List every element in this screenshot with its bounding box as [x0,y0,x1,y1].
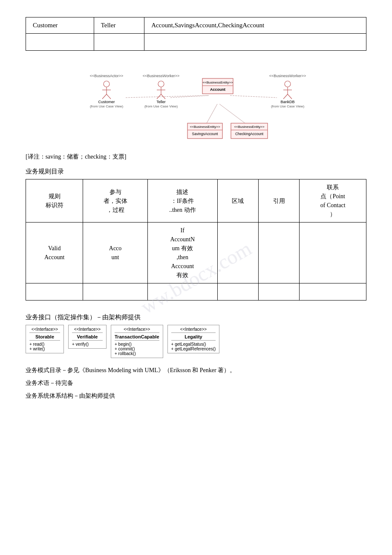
svg-point-6 [104,81,110,87]
svg-text:<<BusinessActor>>: <<BusinessActor>> [90,74,124,78]
svg-line-9 [102,94,107,99]
svg-text:<<BusinessEntity>>: <<BusinessEntity>> [234,125,264,129]
interface-title: 业务接口（指定操作集）－由架构师提供 [26,313,366,321]
col-description: 描述：IF条件..then 动作 [147,179,217,223]
storable-name: Storable [29,334,60,341]
svg-line-29 [283,94,288,99]
rule-contact-1 [300,223,366,283]
legality-name: Legality [171,334,216,341]
svg-line-2 [230,95,277,98]
empty-cell-3 [144,34,366,51]
svg-text:(from Use Case View): (from Use Case View) [144,104,178,108]
svg-text:<<BusinessEntity>>: <<BusinessEntity>> [190,125,220,129]
empty-cell-1 [26,34,94,51]
top-table: Customer Teller Account,SavingsAccount,C… [26,17,366,51]
col-account: Account,SavingsAccount,CheckingAccount [144,17,366,34]
interface-box-verifiable: <<Interface>> Verifiable + verify() [68,325,107,349]
svg-point-26 [285,81,291,87]
rule-contact-2 [300,283,366,301]
storable-stereotype: <<Interface>> [29,327,60,333]
col-domain: 区域 [217,179,258,223]
verifiable-methods: + verify() [72,342,103,347]
rules-data-row-1: ValidAccount Account IfAccountNum 有效,the… [26,223,366,283]
business-rules-title: 业务规则目录 [26,168,366,176]
interface-box-storable: <<Interface>> Storable + read()+ write() [26,325,64,353]
col-contact: 联系点（Pointof Contact） [300,179,366,223]
uml-diagram: <<BusinessActor>> Customer (from Use Cas… [26,59,366,145]
svg-line-0 [126,95,209,98]
svg-text:BankDB: BankDB [280,100,294,104]
svg-text:(from Use Case View): (from Use Case View) [90,104,123,108]
interface-box-transactioncapable: <<Interface>> TransactionCapable + begin… [111,325,163,358]
svg-text:SavingsAccount: SavingsAccount [192,132,219,136]
bottom-text-1: 业务模式目录－参见《Business Modeling with UML》（Er… [26,367,366,374]
svg-text:<<BusinessEntity>>: <<BusinessEntity>> [202,81,233,84]
svg-text:Teller: Teller [156,100,166,104]
svg-text:<<BusinessWorker>>: <<BusinessWorker>> [143,74,179,78]
svg-text:Account: Account [210,87,225,92]
rule-participant-2 [83,283,147,301]
empty-cell-2 [94,34,144,51]
bottom-text-2: 业务术语－待完备 [26,379,366,387]
svg-line-30 [288,94,292,99]
svg-text:<<BusinessWorker>>: <<BusinessWorker>> [269,74,306,78]
svg-point-14 [158,81,164,87]
rule-description-1: IfAccountNum 有效,thenAcccount有效 [147,223,217,283]
empty-row [26,34,366,51]
rules-table: 规则标识符 参与者，实体，过程 描述：IF条件..then 动作 区域 引用 联… [26,179,366,301]
svg-line-3 [207,104,217,123]
rules-data-row-2 [26,283,366,301]
rule-participant-1: Account [83,223,147,283]
transactioncapable-stereotype: <<Interface>> [115,327,159,333]
interface-diagram: <<Interface>> Storable + read()+ write()… [26,325,366,358]
rule-id-2 [26,283,83,301]
transactioncapable-name: TransactionCapable [115,334,159,341]
transactioncapable-methods: + begin()+ commit()+ rollback() [115,342,159,356]
rule-id-1: ValidAccount [26,223,83,283]
rule-reference-2 [259,283,300,301]
storable-methods: + read()+ write() [29,342,60,351]
svg-text:(from Use Case View): (from Use Case View) [271,104,304,108]
header-row: Customer Teller Account,SavingsAccount,C… [26,17,366,34]
col-reference: 引用 [259,179,300,223]
rule-domain-1 [217,223,258,283]
rule-description-2 [147,283,217,301]
interface-box-legality: <<Interface>> Legality + getLegalStatus(… [167,325,220,353]
legality-stereotype: <<Interface>> [171,327,216,333]
svg-text:CheckingAccount: CheckingAccount [235,132,264,136]
rules-header-row: 规则标识符 参与者，实体，过程 描述：IF条件..then 动作 区域 引用 联… [26,179,366,223]
verifiable-stereotype: <<Interface>> [72,327,103,333]
legality-methods: + getLegalStatus()+ getLegalReferences() [171,342,216,351]
uml-svg: <<BusinessActor>> Customer (from Use Cas… [26,59,366,145]
col-customer: Customer [26,17,94,34]
svg-text:Customer: Customer [98,100,115,104]
svg-line-10 [107,94,111,99]
col-id: 规则标识符 [26,179,83,223]
col-participant: 参与者，实体，过程 [83,179,147,223]
bottom-text-3: 业务系统体系结构－由架构师提供 [26,392,366,400]
svg-line-4 [219,104,245,123]
col-teller: Teller [94,17,144,34]
rule-reference-1 [259,223,300,283]
rule-domain-2 [217,283,258,301]
verifiable-name: Verifiable [72,334,103,341]
translation-note: [译注：saving：储蓄；checking：支票] [26,153,366,161]
